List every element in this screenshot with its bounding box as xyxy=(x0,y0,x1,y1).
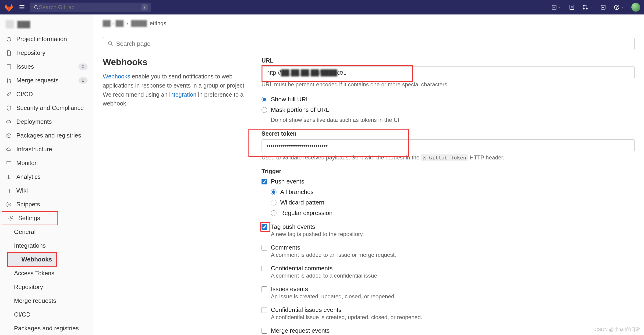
svg-rect-13 xyxy=(7,161,11,164)
sidebar-item-label: Packages and registries xyxy=(16,132,81,139)
secret-help: Used to validate received payloads. Sent… xyxy=(262,154,635,161)
scissors-icon xyxy=(6,201,12,208)
sidebar-item-label: Monitor xyxy=(16,160,37,167)
hamburger-icon[interactable] xyxy=(19,4,25,10)
integration-link[interactable]: integration xyxy=(169,91,196,98)
svg-rect-6 xyxy=(601,5,605,9)
sidebar-item-label: Repository xyxy=(16,49,45,56)
sidebar-item-analytics[interactable]: Analytics xyxy=(0,170,93,184)
search-shortcut: / xyxy=(142,4,148,10)
sidebar-item-security[interactable]: Security and Compliance xyxy=(0,101,93,115)
sidebar-item-project-info[interactable]: Project information xyxy=(0,32,93,46)
svg-point-15 xyxy=(7,205,8,206)
gear-icon xyxy=(8,215,14,222)
top-navbar: / xyxy=(0,0,644,14)
webhooks-link[interactable]: Webhooks xyxy=(103,73,130,80)
gitlab-logo-icon[interactable] xyxy=(4,2,14,12)
check-mr[interactable]: Merge request events xyxy=(262,326,635,335)
trigger-label: Trigger xyxy=(262,168,635,174)
sidebar-item-monitor[interactable]: Monitor xyxy=(0,156,93,170)
svg-point-8 xyxy=(616,8,617,9)
sidebar-sub-access-tokens[interactable]: Access Tokens xyxy=(0,266,93,280)
help-icon[interactable] xyxy=(614,4,624,10)
secret-label: Secret token xyxy=(262,130,635,137)
url-label: URL xyxy=(262,57,635,64)
sidebar-item-label: Infrastructure xyxy=(16,146,52,153)
check-issues[interactable]: Issues eventsAn issue is created, update… xyxy=(262,284,635,301)
shield-icon xyxy=(6,105,12,111)
issues-icon xyxy=(6,64,12,70)
mask-help: Do not show sensitive data such as token… xyxy=(262,117,635,123)
sidebar-item-merge-requests[interactable]: Merge requests0 xyxy=(0,74,93,87)
check-comments[interactable]: CommentsA comment is added to an issue o… xyxy=(262,243,635,259)
count-badge: 0 xyxy=(78,77,88,84)
sidebar-item-snippets[interactable]: Snippets xyxy=(0,198,93,211)
sidebar-item-repository[interactable]: Repository xyxy=(0,46,93,60)
check-conf-comments[interactable]: Confidential commentsA comment is added … xyxy=(262,264,635,280)
svg-point-5 xyxy=(586,8,587,9)
sidebar-sub-merge-requests[interactable]: Merge requests xyxy=(0,294,93,308)
svg-point-10 xyxy=(7,79,8,80)
svg-point-3 xyxy=(583,5,584,6)
merge-requests-icon[interactable] xyxy=(582,4,593,10)
sidebar-sub-integrations[interactable]: Integrations xyxy=(0,239,93,252)
sidebar-item-wiki[interactable]: Wiki xyxy=(0,184,93,198)
sidebar-item-settings[interactable]: Settings xyxy=(2,211,58,225)
sidebar-item-label: Wiki xyxy=(16,187,28,194)
sidebar-sub-cicd[interactable]: CI/CD xyxy=(0,308,93,322)
breadcrumb-segment[interactable]: ████ xyxy=(131,20,147,26)
file-icon xyxy=(6,50,12,56)
plus-icon[interactable] xyxy=(551,4,561,10)
topbar-actions xyxy=(551,3,640,12)
todos-icon[interactable] xyxy=(600,4,606,10)
svg-point-4 xyxy=(583,8,584,9)
cloud-icon xyxy=(6,146,12,153)
search-input[interactable] xyxy=(39,4,142,10)
project-avatar xyxy=(6,20,14,28)
radio-all-branches[interactable]: All branches xyxy=(271,188,635,196)
monitor-icon xyxy=(6,160,12,166)
sidebar-item-deployments[interactable]: Deployments xyxy=(0,115,93,129)
svg-point-17 xyxy=(108,42,112,45)
svg-point-14 xyxy=(7,203,8,204)
main-content: ██ › ██ › ████ettings Webhooks Webhooks … xyxy=(94,14,644,335)
webhook-form: URL http://██.██.██.██/████ct/1 URL must… xyxy=(262,57,635,335)
sidebar-item-label: Project information xyxy=(16,36,67,43)
project-sidebar: ███ Project information Repository Issue… xyxy=(0,14,94,335)
url-input[interactable]: http://██.██.██.██/████ct/1 xyxy=(262,66,635,79)
radio-wildcard[interactable]: Wildcard pattern xyxy=(271,198,635,207)
global-search[interactable]: / xyxy=(30,2,151,12)
sidebar-item-packages[interactable]: Packages and registries xyxy=(0,129,93,142)
search-icon xyxy=(108,41,113,46)
breadcrumb-segment[interactable]: ██ › ██ xyxy=(103,20,124,26)
merge-icon xyxy=(6,77,12,84)
sidebar-sub-general[interactable]: General xyxy=(0,225,93,239)
check-conf-issues[interactable]: Confidential issues eventsA confidential… xyxy=(262,305,635,322)
sidebar-sub-repository[interactable]: Repository xyxy=(0,280,93,294)
secret-token-input[interactable] xyxy=(262,139,635,152)
sidebar-item-issues[interactable]: Issues0 xyxy=(0,60,93,74)
sidebar-item-label: CI/CD xyxy=(16,90,33,98)
issues-icon[interactable] xyxy=(569,4,575,10)
svg-point-16 xyxy=(10,218,12,219)
radio-show-full-url[interactable]: Show full URL xyxy=(262,95,635,104)
info-icon xyxy=(6,36,12,42)
check-tag-push[interactable]: Tag push eventsA new tag is pushed to th… xyxy=(262,222,635,238)
svg-rect-9 xyxy=(7,65,11,69)
radio-regex[interactable]: Regular expression xyxy=(271,208,635,218)
sidebar-item-cicd[interactable]: CI/CD xyxy=(0,87,93,101)
sidebar-item-label: Settings xyxy=(18,214,40,222)
radio-mask-url[interactable]: Mask portions of URL xyxy=(262,105,635,114)
project-header[interactable]: ███ xyxy=(0,18,93,32)
user-avatar[interactable] xyxy=(632,3,640,12)
breadcrumb: ██ › ██ › ████ettings xyxy=(103,14,635,31)
sidebar-item-label: Merge requests xyxy=(16,77,58,84)
check-push-events[interactable]: Push events xyxy=(262,177,635,186)
sidebar-item-infra[interactable]: Infrastructure xyxy=(0,142,93,156)
breadcrumb-segment[interactable]: ettings xyxy=(150,20,166,26)
settings-search-input[interactable] xyxy=(116,40,630,48)
sidebar-sub-packages[interactable]: Packages and registries xyxy=(0,322,93,335)
sidebar-sub-webhooks[interactable]: Webhooks xyxy=(8,252,56,266)
header-code: X-Gitlab-Token xyxy=(421,154,468,161)
settings-search[interactable] xyxy=(103,37,635,50)
